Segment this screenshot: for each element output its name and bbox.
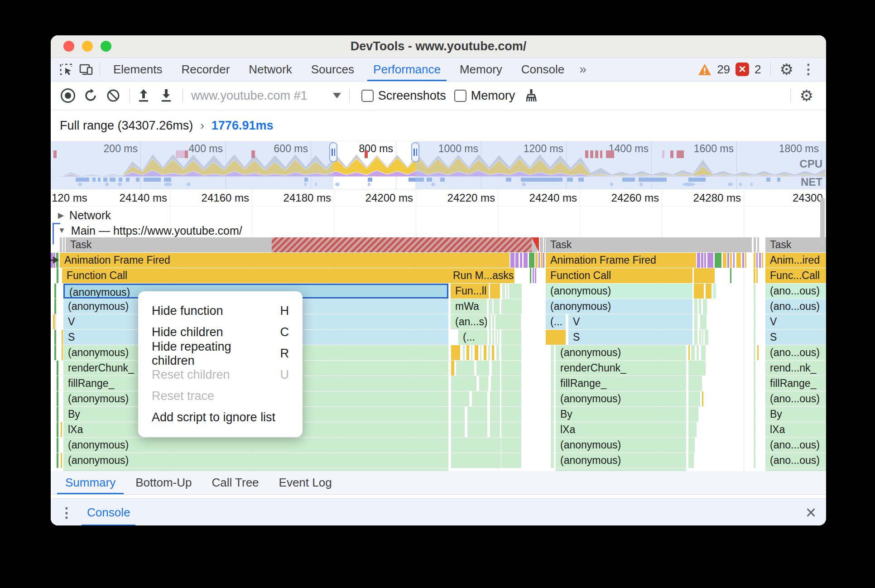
flame-block[interactable]: [57, 361, 58, 376]
flame-block[interactable]: [688, 407, 698, 422]
flame-block[interactable]: [520, 253, 522, 268]
flame-block[interactable]: [704, 253, 706, 268]
flame-block[interactable]: [501, 299, 522, 314]
flame-block[interactable]: [456, 361, 474, 376]
flame-block-task[interactable]: Task: [765, 237, 826, 252]
flame-block-ano-ous[interactable]: (ano...ous): [765, 391, 826, 406]
main-track-header[interactable]: ▼ Main — https://www.youtube.com/: [51, 224, 826, 237]
customize-menu-icon[interactable]: ⋮: [799, 63, 818, 76]
flame-block-rend-nk[interactable]: rend...nk_: [765, 361, 826, 376]
flame-block[interactable]: [467, 407, 487, 422]
flame-block[interactable]: [727, 253, 729, 268]
flame-block[interactable]: [745, 253, 746, 268]
flame-block-anonymous[interactable]: (anonymous): [546, 299, 692, 314]
flame-block-renderchunk[interactable]: renderChunk_: [556, 361, 686, 376]
flame-block[interactable]: [501, 376, 521, 391]
flame-block[interactable]: [701, 345, 706, 360]
flame-block[interactable]: [762, 253, 763, 268]
flame-block[interactable]: [546, 330, 566, 345]
flame-block[interactable]: [756, 253, 758, 268]
flame-block[interactable]: [451, 376, 476, 391]
flame-block[interactable]: [551, 376, 554, 391]
flame-block-anonymous[interactable]: (anonymous): [556, 345, 686, 360]
flame-block-ano-ous[interactable]: (ano...ous): [765, 438, 826, 453]
flame-block[interactable]: [538, 253, 540, 268]
tab-recorder[interactable]: Recorder: [172, 58, 239, 81]
flame-block[interactable]: [701, 253, 703, 268]
flame-block[interactable]: [754, 361, 755, 376]
flame-block[interactable]: [451, 361, 454, 376]
flame-block[interactable]: [754, 237, 756, 252]
flame-block[interactable]: [490, 422, 500, 437]
flame-block[interactable]: [713, 284, 716, 299]
flame-block[interactable]: [471, 345, 472, 360]
flame-block[interactable]: [688, 391, 700, 406]
flame-block[interactable]: [466, 345, 469, 360]
network-track-header[interactable]: ▶ Network: [51, 207, 826, 224]
flame-block[interactable]: [733, 253, 735, 268]
flame-block-ano-ous[interactable]: (ano...ous): [765, 453, 826, 468]
flame-block[interactable]: [510, 253, 514, 268]
flame-block-mwa[interactable]: mWa: [451, 299, 487, 314]
flame-block[interactable]: [530, 268, 531, 283]
flame-block[interactable]: [501, 422, 521, 437]
flame-block[interactable]: [57, 391, 58, 406]
timeline-overview[interactable]: CPU NET 200 ms400 ms600 ms800 ms1000 ms1…: [51, 141, 826, 189]
tab-sources[interactable]: Sources: [302, 58, 364, 81]
flame-block[interactable]: [479, 376, 488, 391]
flame-block-run-m-asks[interactable]: Run M...asks: [448, 268, 514, 283]
flame-block[interactable]: [492, 330, 494, 345]
flame-block[interactable]: [524, 253, 528, 268]
flame-block[interactable]: [55, 314, 56, 329]
flame-block[interactable]: [703, 299, 707, 314]
flame-block[interactable]: [688, 438, 695, 453]
flame-block[interactable]: [706, 284, 712, 299]
flame-block[interactable]: [705, 330, 708, 345]
flame-block[interactable]: [57, 268, 58, 283]
flame-block-anonymous[interactable]: (anonymous): [556, 391, 686, 406]
flame-block[interactable]: [495, 314, 521, 329]
flame-block[interactable]: [754, 422, 755, 437]
flame-block[interactable]: [467, 422, 487, 437]
drawer-menu-icon[interactable]: ⋮: [51, 505, 81, 521]
flame-block[interactable]: [697, 253, 700, 268]
flame-block[interactable]: [509, 284, 522, 299]
flame-block[interactable]: [62, 345, 63, 360]
flame-block[interactable]: [54, 330, 56, 345]
flame-block[interactable]: [61, 453, 62, 468]
flame-block[interactable]: [707, 253, 713, 268]
menu-item-reset-children[interactable]: Reset childrenU: [138, 364, 303, 386]
collapsed-arrow-icon[interactable]: ▶: [58, 211, 64, 220]
menu-item-hide-repeating-children[interactable]: Hide repeating childrenR: [138, 343, 303, 364]
flame-block[interactable]: [492, 345, 494, 360]
flame-block[interactable]: [489, 299, 492, 314]
tab-console[interactable]: Console: [512, 58, 574, 81]
flame-block[interactable]: [501, 330, 521, 345]
flame-block-fun-ll[interactable]: Fun...ll: [451, 284, 489, 299]
flame-block[interactable]: [694, 299, 697, 314]
flame-block[interactable]: [492, 361, 500, 376]
flame-block-anonymous[interactable]: (anonymous): [556, 453, 686, 468]
flame-block[interactable]: [699, 299, 701, 314]
flame-block[interactable]: [529, 253, 534, 268]
flame-block-ano-ous[interactable]: (ano...ous): [765, 345, 826, 360]
settings-gear-icon[interactable]: ⚙: [780, 62, 793, 77]
flame-block-item[interactable]: (...: [458, 330, 487, 345]
flame-block[interactable]: [57, 453, 58, 468]
flame-block-ano-ous[interactable]: (ano...ous): [765, 284, 826, 299]
flame-block[interactable]: [688, 422, 697, 437]
flame-block-animation-frame-fired[interactable]: Animation Frame Fired: [60, 253, 510, 268]
flame-block[interactable]: [736, 253, 741, 268]
flame-block[interactable]: [496, 345, 499, 360]
flame-block[interactable]: [501, 361, 521, 376]
flame-block[interactable]: [715, 253, 721, 268]
flame-block[interactable]: [754, 407, 755, 422]
flame-block[interactable]: [688, 376, 702, 391]
flame-block[interactable]: [501, 407, 521, 422]
flame-block[interactable]: [476, 361, 489, 376]
flame-block-ano-ous[interactable]: (ano...ous): [765, 299, 826, 314]
flame-block[interactable]: [53, 314, 55, 329]
flame-block[interactable]: [494, 299, 500, 314]
flame-block-s[interactable]: S: [765, 330, 826, 345]
flame-block-anonymous[interactable]: (anonymous): [63, 438, 448, 453]
